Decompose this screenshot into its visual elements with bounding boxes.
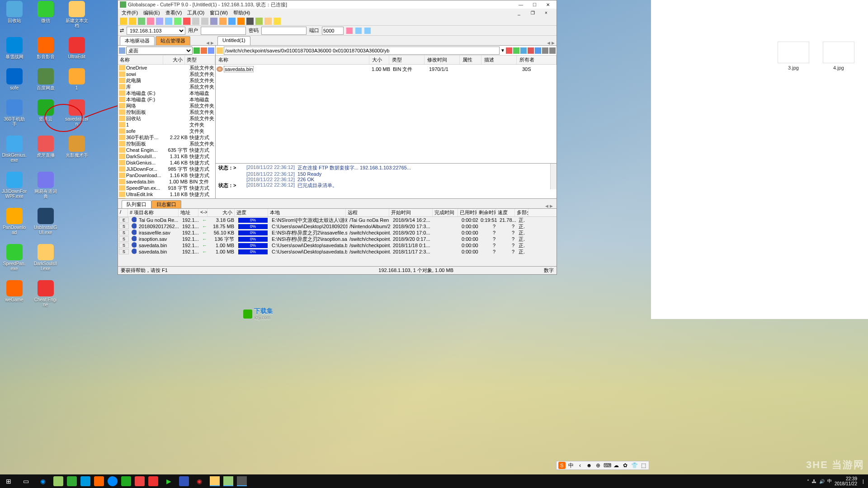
sogou-icon[interactable]: S: [558, 462, 566, 469]
taskbar-app-icon[interactable]: [53, 476, 63, 486]
tray-volume-icon[interactable]: 🔊: [819, 479, 825, 484]
scrollbar[interactable]: [550, 164, 557, 189]
remote-file-row[interactable]: savedata.bin1.00 MBBIN 文件1970/1/130S: [217, 66, 556, 73]
switch-icon[interactable]: [208, 47, 214, 54]
local-file-row[interactable]: JiJiDownFor...985 字节快捷方式: [118, 166, 215, 172]
local-file-row[interactable]: sofe文件夹: [118, 128, 215, 134]
local-file-row[interactable]: Cheat Engin...635 字节快捷方式: [118, 147, 215, 153]
desktop-icon[interactable]: 光影魔术手: [64, 136, 89, 163]
taskbar-app-icon[interactable]: [135, 476, 145, 486]
menu-item[interactable]: 窗口(W): [208, 9, 230, 17]
taskbar-app-icon[interactable]: [148, 476, 158, 486]
forward-icon[interactable]: [201, 18, 208, 25]
stop-icon[interactable]: [183, 18, 190, 25]
ime-button[interactable]: ☻: [585, 462, 593, 469]
taskbar-app-icon[interactable]: ▶: [162, 474, 175, 488]
filter-icon[interactable]: [520, 47, 527, 54]
bookmark-red-icon[interactable]: [506, 47, 512, 54]
up-icon[interactable]: [193, 47, 200, 54]
menu-item[interactable]: 帮助(H): [231, 9, 252, 17]
local-file-row[interactable]: OneDrive系统文件夹: [118, 65, 215, 71]
local-file-row[interactable]: 网络系统文件夹: [118, 103, 215, 109]
taskbar-app-icon[interactable]: ◉: [36, 474, 50, 488]
local-file-list[interactable]: OneDrive系统文件夹sowi系统文件夹此电脑系统文件夹库系统文件夹本地磁盘…: [118, 65, 215, 198]
desktop-icon[interactable]: SpeedPan.exe: [2, 244, 27, 271]
ime-button[interactable]: ☁: [613, 462, 620, 469]
local-file-row[interactable]: 控制面板系统文件夹: [118, 141, 215, 147]
transfer-icon[interactable]: [165, 18, 172, 25]
desktop-icon[interactable]: DiskGenius.exe: [2, 136, 27, 163]
tab-site-manager[interactable]: 站点管理器: [156, 36, 190, 45]
doc-min-button[interactable]: _: [512, 9, 526, 17]
local-file-row[interactable]: 此电脑系统文件夹: [118, 77, 215, 84]
wand-icon[interactable]: [147, 18, 154, 25]
quick-connect-icon[interactable]: [346, 28, 353, 34]
tab-scroll-icons[interactable]: ◀ ▶: [206, 41, 214, 45]
globe-up-icon[interactable]: [355, 28, 362, 34]
help-icon[interactable]: [264, 18, 272, 25]
task-view-button[interactable]: ▭: [19, 474, 33, 488]
remote-file-list[interactable]: savedata.bin1.00 MBBIN 文件1970/1/130S: [216, 65, 557, 163]
queue-list[interactable]: ETai Gu noDa Re...192.1...←3.18 GB0%E:\N…: [118, 217, 557, 266]
tab-scroll-icons[interactable]: ◀ ▶: [545, 204, 553, 208]
taskbar-app-icon[interactable]: [94, 476, 104, 486]
tray-ime-icon[interactable]: 中: [827, 478, 832, 484]
taskbar-app-icon[interactable]: [121, 476, 131, 486]
start-button[interactable]: ⊞: [2, 474, 15, 488]
title-bar[interactable]: Globalscape - CuteFTP 9.0 - [Untitled(1)…: [118, 0, 557, 9]
back-icon[interactable]: [192, 18, 199, 25]
ime-button[interactable]: ‹: [576, 462, 584, 469]
queue-row[interactable]: Ssavedata.bin192.1...←1.00 MB0%C:\Users\…: [118, 242, 557, 249]
taskbar-explorer-icon[interactable]: [210, 476, 220, 486]
desktop-icon[interactable]: weGame: [2, 280, 27, 307]
remote-path-input[interactable]: [224, 47, 500, 55]
local-file-row[interactable]: DarkSoulsII...1.31 KB快捷方式: [118, 153, 215, 160]
log-pane[interactable]: 状态：>[2018/11/22 22:36:12]正在连接 FTP 数据套接字.…: [216, 163, 557, 189]
system-tray[interactable]: ˄ 🖧 🔊 中 22:39 2018/11/22 |: [807, 476, 866, 486]
notification-button[interactable]: |: [863, 479, 866, 484]
exclaim-icon[interactable]: [237, 18, 245, 25]
host-select[interactable]: 192.168.1.103: [127, 27, 185, 35]
list-icon[interactable]: [542, 47, 548, 54]
password-input[interactable]: [261, 27, 307, 35]
tab-queue[interactable]: 队列窗口: [122, 200, 151, 208]
desktop-icon[interactable]: UsbInstallGUI.exe: [33, 208, 58, 235]
desktop-icon[interactable]: 影音影音: [33, 37, 58, 59]
ime-button[interactable]: 中: [567, 462, 575, 469]
local-file-row[interactable]: UltraEdit.lnk1.18 KB快捷方式: [118, 191, 215, 197]
tab-scroll-icons[interactable]: ◀ ▶: [547, 41, 555, 45]
ime-button[interactable]: 👕: [631, 462, 638, 469]
local-file-row[interactable]: 控制面板系统文件夹: [118, 109, 215, 115]
menu-item[interactable]: 查看(V): [164, 9, 184, 17]
new-icon[interactable]: [120, 18, 127, 25]
view-icon[interactable]: [228, 18, 236, 25]
user-input[interactable]: [201, 27, 246, 35]
edit-icon[interactable]: [219, 18, 226, 25]
desktop-icon[interactable]: JiJiDownForWPF.exe: [2, 172, 27, 199]
desktop-icon[interactable]: 暴雪战网: [2, 37, 27, 59]
local-file-row[interactable]: 本地磁盘 (F:)本地磁盘: [118, 96, 215, 103]
doc-max-button[interactable]: ❐: [526, 9, 539, 17]
taskbar-app-icon[interactable]: [108, 476, 118, 486]
tab-log[interactable]: 日志窗口: [151, 200, 181, 208]
taskbar[interactable]: ⊞ ▭ ◉ ▶ ◉ ˄ 🖧 🔊 中 22:39 2018/11/22 |: [0, 474, 868, 488]
taskbar-app-active-icon[interactable]: [223, 476, 233, 486]
detail-icon[interactable]: [549, 47, 556, 54]
queue-row[interactable]: S2018092017262...192.1...←18.75 MB0%C:\U…: [118, 223, 557, 230]
taskbar-app-icon[interactable]: [67, 476, 77, 486]
local-file-row[interactable]: SpeedPan.ex...918 字节快捷方式: [118, 185, 215, 191]
port-input[interactable]: [322, 27, 344, 35]
ime-button[interactable]: ✿: [622, 462, 629, 469]
refresh-local-icon[interactable]: [201, 47, 207, 54]
tray-up-icon[interactable]: ˄: [807, 479, 809, 484]
taskbar-clock[interactable]: 22:39 2018/11/22: [835, 476, 860, 486]
menu-item[interactable]: 工具(O): [185, 9, 206, 17]
local-file-row[interactable]: 本地磁盘 (E:)本地磁盘: [118, 90, 215, 96]
menu-item[interactable]: 文件(F): [120, 9, 140, 17]
shield-icon[interactable]: [274, 18, 281, 25]
queue-row[interactable]: Sirasavefile.sav192.1...←56.10 KB0%E:\NS…: [118, 230, 557, 236]
local-file-row[interactable]: sowi系统文件夹: [118, 71, 215, 77]
desktop-icon[interactable]: 百度网盘: [33, 68, 58, 90]
connect-icon[interactable]: [138, 18, 145, 25]
refresh-icon[interactable]: [174, 18, 181, 25]
